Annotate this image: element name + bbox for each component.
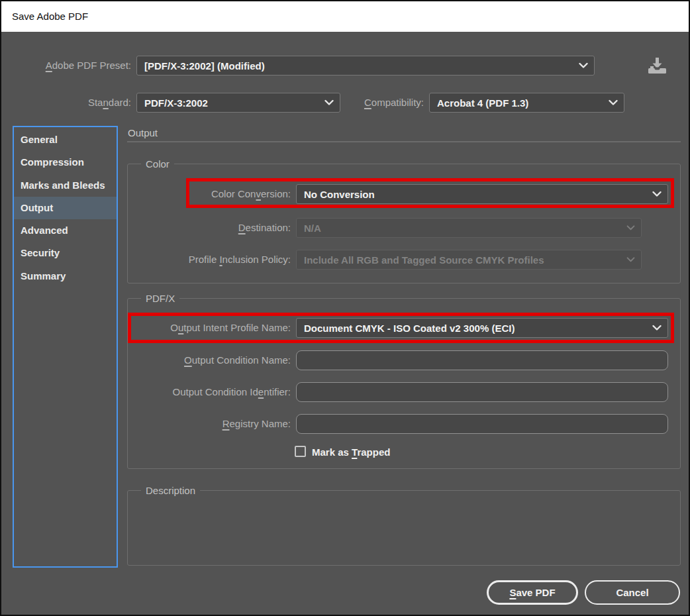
label-part: utput Condition Name: [192, 354, 291, 366]
cancel-button[interactable]: Cancel [585, 580, 680, 605]
description-group: Description [127, 490, 681, 566]
label-mnemonic: R [222, 418, 230, 429]
label-part: egistry Name: [229, 418, 291, 429]
output-intent-profile-name-select[interactable]: Document CMYK - ISO Coated v2 300% (ECI) [296, 318, 668, 338]
compatibility-select[interactable]: Acrobat 4 (PDF 1.3) [429, 93, 624, 113]
label-part: Sta [88, 97, 103, 108]
label-part: Output Condition Id [173, 386, 258, 397]
label-part: Profile [189, 254, 220, 265]
save-adobe-pdf-dialog: Save Adobe PDF Adobe PDF Preset: [PDF/X-… [0, 0, 690, 616]
download-icon [646, 57, 668, 75]
description-group-legend: Description [141, 484, 200, 497]
destination-select: N/A [296, 218, 642, 238]
color-conversion-value: No Conversion [304, 189, 375, 200]
chevron-down-icon [652, 325, 662, 331]
standard-value: PDF/X-3:2002 [144, 97, 208, 109]
label-part: Cancel [616, 587, 648, 598]
label-part: ave PDF [516, 587, 555, 598]
profile-inclusion-policy-value: Include All RGB and Tagged Source CMYK P… [304, 254, 544, 266]
color-conversion-label: Color Conversion: [160, 184, 291, 204]
adobe-pdf-preset-label: Adobe PDF Preset: [21, 56, 131, 76]
destination-value: N/A [304, 223, 321, 234]
label-part: O [170, 322, 178, 333]
chevron-down-icon [626, 257, 635, 262]
registry-name-input[interactable] [296, 414, 668, 434]
label-mnemonic: u [178, 322, 183, 333]
label-mnemonic: O [184, 354, 192, 366]
description-content [136, 500, 672, 560]
page-title: Output [128, 127, 158, 138]
adobe-pdf-preset-value: [PDF/X-3:2002] (Modified) [144, 60, 265, 72]
label-mnemonic: D [238, 222, 246, 233]
save-pdf-button[interactable]: Save PDF [487, 580, 578, 605]
color-group-legend: Color [141, 158, 174, 171]
compatibility-value: Acrobat 4 (PDF 1.3) [437, 97, 528, 109]
label-part: Color Con [211, 188, 256, 199]
label-mnemonic: A [46, 60, 52, 71]
adobe-pdf-preset-select[interactable]: [PDF/X-3:2002] (Modified) [136, 56, 595, 76]
label-part: Mark as [312, 446, 352, 458]
label-part: tput Intent Profile Name: [183, 322, 291, 333]
standard-label: Standard: [41, 93, 131, 113]
mark-as-trapped-checkbox[interactable] [295, 446, 306, 457]
settings-section-list: General Compression Marks and Bleeds Out… [13, 126, 118, 568]
sidebar-item-general[interactable]: General [14, 128, 117, 151]
mark-as-trapped-label[interactable]: Mark as Trapped [312, 445, 390, 459]
label-mnemonic: S [509, 587, 516, 598]
sidebar-item-advanced[interactable]: Advanced [14, 219, 117, 242]
output-condition-identifier-label: Output Condition Identifier: [140, 382, 291, 402]
sidebar-item-marks-and-bleeds[interactable]: Marks and Bleeds [14, 174, 117, 197]
profile-inclusion-policy-select: Include All RGB and Tagged Source CMYK P… [296, 250, 642, 270]
dialog-title: Save Adobe PDF [12, 1, 88, 32]
save-preset-button[interactable] [644, 56, 670, 76]
label-part: dobe PDF Preset: [52, 60, 131, 71]
output-condition-name-input[interactable] [296, 350, 668, 370]
chevron-down-icon [652, 191, 662, 197]
chevron-down-icon [626, 225, 635, 231]
label-part: ntifier: [264, 386, 291, 397]
label-part: nclusion Policy: [222, 254, 291, 265]
output-intent-profile-name-value: Document CMYK - ISO Coated v2 300% (ECI) [304, 323, 515, 334]
output-intent-profile-name-label: Output Intent Profile Name: [140, 318, 291, 338]
label-part: ersion: [261, 188, 291, 199]
sidebar-item-summary[interactable]: Summary [14, 265, 117, 287]
compatibility-label: Compatibility: [332, 93, 424, 113]
sidebar-item-compression[interactable]: Compression [14, 151, 117, 174]
sidebar-item-output[interactable]: Output [14, 197, 117, 219]
sidebar-item-security[interactable]: Security [14, 242, 117, 264]
registry-name-label: Registry Name: [140, 414, 291, 434]
pdfx-group-legend: PDF/X [141, 292, 179, 305]
label-part: dard: [109, 97, 131, 108]
chevron-down-icon [609, 100, 618, 106]
standard-select[interactable]: PDF/X-3:2002 [136, 93, 340, 113]
destination-label: Destination: [160, 218, 291, 238]
title-bar: Save Adobe PDF [1, 1, 689, 32]
color-conversion-select[interactable]: No Conversion [296, 184, 668, 204]
label-mnemonic: n [103, 97, 108, 108]
label-part: rapped [357, 446, 390, 458]
label-part: ompatibility: [371, 97, 424, 108]
output-condition-identifier-input[interactable] [296, 382, 668, 402]
chevron-down-icon [579, 63, 588, 69]
label-mnemonic: e [258, 386, 264, 397]
heading-divider [127, 141, 681, 142]
label-mnemonic: v [256, 188, 261, 199]
label-mnemonic: C [364, 97, 371, 108]
profile-inclusion-policy-label: Profile Inclusion Policy: [160, 250, 291, 270]
label-part: estination: [246, 222, 291, 233]
output-condition-name-label: Output Condition Name: [140, 350, 291, 370]
